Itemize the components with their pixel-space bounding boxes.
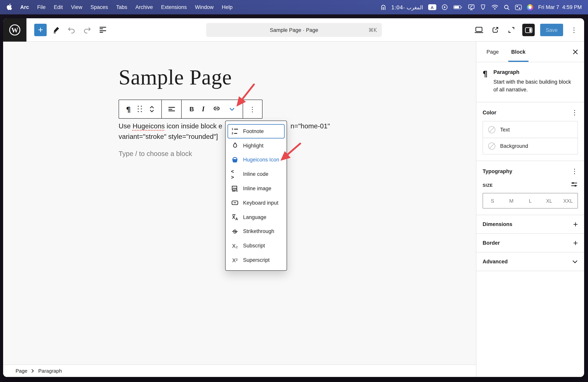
menubar-item-tabs[interactable]: Tabs [116, 4, 127, 10]
paragraph-block-icon: ¶ [483, 69, 487, 93]
menu-item-superscript[interactable]: X² Superscript [226, 253, 287, 267]
control-center-icon[interactable] [515, 4, 522, 10]
size-settings-icon[interactable] [570, 181, 578, 189]
menubar-item-window[interactable]: Window [195, 4, 213, 10]
menu-item-inline-image[interactable]: Inline image [226, 181, 287, 196]
plus-icon: + [573, 220, 578, 228]
svg-text:A: A [235, 217, 238, 221]
annotation-arrow-hugeicons [275, 140, 306, 167]
align-text-button[interactable] [168, 107, 175, 111]
menubar-item-edit[interactable]: Edit [54, 4, 63, 10]
close-sidebar-button[interactable] [572, 42, 579, 62]
svg-text:W: W [11, 26, 18, 34]
move-up-down-buttons[interactable] [149, 106, 154, 113]
command-center-button[interactable]: Sample Page · Page ⌘K [206, 23, 382, 37]
edit-tool-button[interactable] [50, 23, 62, 36]
redo-button[interactable] [81, 23, 93, 36]
options-menu-button[interactable]: ⋮ [568, 24, 579, 35]
document-overview-button[interactable] [96, 23, 109, 36]
advanced-panel-toggle[interactable]: Advanced [476, 253, 584, 271]
highlight-icon [231, 142, 239, 149]
block-name: Paragraph [493, 69, 574, 75]
page-title[interactable]: Sample Page [119, 65, 232, 89]
empty-block-placeholder[interactable]: Type / to choose a block [119, 150, 192, 158]
text-color-row[interactable]: Text [483, 121, 578, 138]
wordpress-editor-window: W + Sample Page · Page ⌘K [3, 18, 584, 377]
fullscreen-expand-button[interactable] [506, 24, 517, 35]
background-color-row[interactable]: Background [483, 138, 578, 154]
block-inserter-button[interactable]: + [34, 23, 47, 36]
bold-button[interactable]: B [189, 106, 194, 113]
macos-menubar: Arc File Edit View Spaces Tabs Archive E… [0, 0, 588, 14]
wifi-icon[interactable] [491, 4, 498, 10]
prayer-time-label[interactable]: 1:04- المغرب [391, 4, 423, 10]
menubar-status-area: 1:04- المغرب A [380, 4, 582, 11]
settings-sidebar-toggle[interactable] [522, 24, 535, 36]
color-panel-title: Color [483, 109, 496, 115]
menubar-item-archive[interactable]: Archive [135, 4, 153, 10]
keyboard-input-icon [231, 199, 239, 207]
menubar-item-file[interactable]: File [37, 4, 46, 10]
battery-icon[interactable] [453, 4, 462, 11]
apple-icon[interactable] [6, 3, 12, 11]
paragraph-block-icon[interactable]: ¶ [126, 105, 131, 113]
prayer-arch-icon[interactable] [380, 4, 386, 11]
menubar-item-help[interactable]: Help [222, 4, 232, 10]
preview-device-button[interactable] [473, 24, 484, 35]
language-icon: XA [231, 213, 239, 221]
menubar-time[interactable]: 4:59 PM [562, 4, 582, 10]
menubar-date[interactable]: Fri Mar 7 [538, 4, 559, 10]
view-site-external-button[interactable] [490, 24, 501, 35]
annotation-arrow-toolbar [229, 81, 260, 114]
color-panel: Color ⋮ Text Background [476, 102, 584, 161]
save-button[interactable]: Save [540, 24, 563, 36]
drag-handle[interactable] [138, 106, 142, 113]
search-icon[interactable] [504, 4, 510, 10]
size-option-s[interactable]: S [483, 193, 502, 208]
border-panel-toggle[interactable]: Border + [476, 234, 584, 253]
wordpress-logo[interactable]: W [3, 18, 26, 42]
undo-button[interactable] [65, 23, 78, 36]
menu-item-footnote[interactable]: 12 Footnote [228, 124, 285, 138]
tab-block[interactable]: Block [505, 42, 532, 62]
menu-item-strikethrough[interactable]: S Strikethrough [226, 224, 287, 239]
assistant-app-icon[interactable] [527, 4, 533, 10]
pick-shape-icon[interactable] [480, 4, 486, 11]
menubar-app-name[interactable]: Arc [20, 4, 29, 10]
breadcrumb-paragraph[interactable]: Paragraph [38, 368, 62, 374]
size-option-l[interactable]: L [521, 193, 540, 208]
size-option-xl[interactable]: XL [540, 193, 559, 208]
command-shortcut-label: ⌘K [368, 27, 377, 33]
menu-item-keyboard-input[interactable]: Keyboard input [226, 196, 287, 210]
subscript-icon: X₂ [231, 242, 239, 250]
color-options-button[interactable]: ⋮ [571, 108, 578, 116]
hugeicons-icon [231, 156, 239, 164]
menubar-item-spaces[interactable]: Spaces [90, 4, 108, 10]
breadcrumb-page[interactable]: Page [16, 368, 27, 374]
display-mirroring-icon[interactable] [468, 4, 475, 11]
menu-item-language[interactable]: XA Language [226, 210, 287, 224]
svg-text:X: X [232, 215, 235, 220]
breadcrumb: Page Paragraph [3, 364, 476, 377]
italic-button[interactable]: I [202, 105, 205, 113]
size-label: SIZE [483, 183, 493, 188]
paragraph-text-line1[interactable]: Use Hugeicons icon inside block e [119, 122, 222, 130]
dimensions-panel-toggle[interactable]: Dimensions + [476, 215, 584, 234]
paragraph-text-line2[interactable]: variant="stroke" style="rounded"] [119, 133, 218, 141]
menubar-left: Arc File Edit View Spaces Tabs Archive E… [6, 3, 232, 11]
size-option-xxl[interactable]: XXL [559, 193, 578, 208]
menu-item-inline-code[interactable]: < > Inline code [226, 167, 287, 181]
tab-page[interactable]: Page [480, 42, 505, 62]
link-button[interactable] [212, 105, 221, 114]
menu-item-subscript[interactable]: X₂ Subscript [226, 239, 287, 253]
paragraph-text-line1-right[interactable]: n="home-01" [291, 122, 330, 130]
settings-sidebar: Page Block ¶ Paragraph Start with the ba… [476, 42, 584, 377]
screen-record-icon[interactable] [441, 4, 448, 11]
editor-topbar: W + Sample Page · Page ⌘K [3, 18, 584, 42]
menubar-item-extensions[interactable]: Extensions [161, 4, 187, 10]
menubar-item-view[interactable]: View [71, 4, 82, 10]
keyboard-layout-icon[interactable]: A [428, 4, 436, 10]
size-option-m[interactable]: M [502, 193, 521, 208]
block-info-card: ¶ Paragraph Start with the basic buildin… [476, 62, 584, 102]
typography-options-button[interactable]: ⋮ [571, 167, 578, 175]
